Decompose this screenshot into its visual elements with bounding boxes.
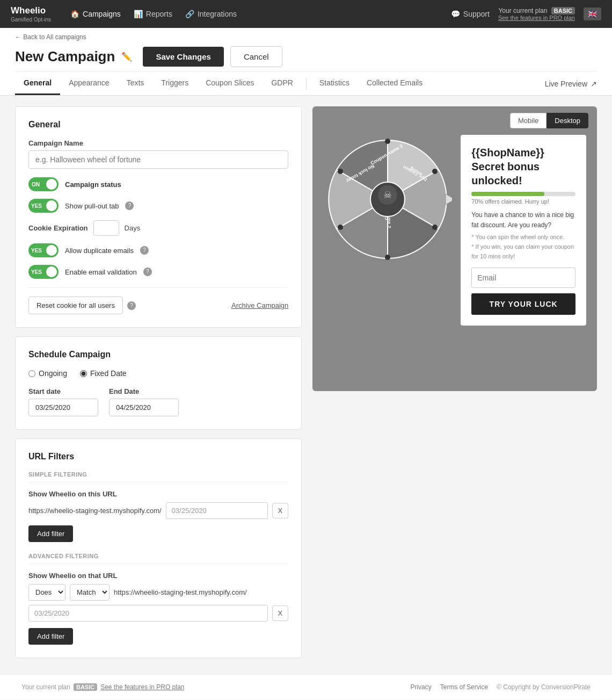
mobile-preview-button[interactable]: Mobile: [510, 113, 547, 128]
svg-text:☠: ☠: [383, 190, 392, 200]
svg-point-9: [385, 139, 390, 144]
archive-campaign-link[interactable]: Archive Campaign: [231, 301, 288, 309]
footer-links: Privacy Terms of Service © Copyright by …: [410, 683, 591, 691]
nav-integrations[interactable]: 🔗 Integrations: [185, 10, 237, 18]
right-panel: Mobile Desktop: [312, 106, 597, 658]
schedule-card-title: Schedule Campaign: [28, 350, 288, 359]
duplicate-toggle[interactable]: YES: [28, 243, 59, 257]
desktop-preview-button[interactable]: Desktop: [547, 113, 588, 128]
simple-filtering-section: SIMPLE FILTERING Show Wheelio on this UR…: [28, 471, 288, 542]
simple-url-prefix: https://wheelio-staging-test.myshopify.c…: [28, 507, 162, 515]
cookie-expiration-row: Cookie Expiration Days: [28, 220, 288, 236]
progress-label: 70% offers claimed. Hurry up!: [471, 198, 575, 205]
footer-plan: Your current plan BASIC See the features…: [21, 683, 184, 691]
fixed-date-option[interactable]: Fixed Date: [80, 369, 127, 378]
match-select[interactable]: Match: [70, 584, 110, 601]
email-validation-help-icon[interactable]: ?: [143, 268, 152, 276]
footer-plan-link[interactable]: See the features in PRO plan: [100, 683, 184, 691]
duplicate-emails-row: YES Allow duplicate emails ?: [28, 243, 288, 257]
reset-cookie-group: Reset cookie for all users ?: [28, 297, 136, 314]
add-simple-filter-button[interactable]: Add filter: [28, 525, 73, 542]
home-icon: 🏠: [70, 10, 79, 18]
schedule-card: Schedule Campaign Ongoing Fixed Date Sta…: [15, 336, 302, 430]
top-nav: Wheelio Gamified Opt-ins 🏠 Campaigns 📊 R…: [0, 0, 612, 28]
advanced-show-label: Show Wheelio on that URL: [28, 572, 288, 580]
does-select[interactable]: Does: [28, 584, 65, 601]
popup-email-input[interactable]: [471, 268, 575, 288]
nav-reports[interactable]: 📊 Reports: [134, 10, 172, 18]
external-link-icon: ↗: [591, 80, 597, 88]
lang-button[interactable]: 🇬🇧: [584, 8, 601, 20]
start-date-input[interactable]: [28, 399, 98, 416]
tab-separator: [306, 78, 307, 89]
pullout-help-icon[interactable]: ?: [125, 201, 134, 210]
campaign-status-row: ON Campaign status: [28, 177, 288, 191]
tab-triggers[interactable]: Triggers: [152, 72, 197, 95]
end-date-label: End Date: [109, 387, 179, 395]
advanced-remove-button[interactable]: X: [272, 605, 289, 621]
save-button[interactable]: Save Changes: [143, 47, 224, 67]
duplicate-help-icon[interactable]: ?: [140, 246, 149, 255]
brand-subtitle: Gamified Opt-ins: [11, 17, 51, 23]
chart-icon: 📊: [134, 10, 143, 18]
email-validation-toggle[interactable]: YES: [28, 265, 59, 279]
url-filters-card: URL Filters SIMPLE FILTERING Show Wheeli…: [15, 438, 302, 658]
link-icon: 🔗: [185, 10, 194, 18]
left-panel: General Campaign Name ON Campaign status…: [15, 106, 302, 658]
general-card-title: General: [28, 120, 288, 129]
popup-cta-button[interactable]: TRY YOUR LUCK: [471, 293, 575, 315]
schedule-type-row: Ongoing Fixed Date: [28, 369, 288, 378]
popup-desc-line2: * You can spin the wheel only once.: [471, 233, 575, 242]
live-preview-link[interactable]: Live Preview ↗: [545, 73, 597, 95]
page-header: New Campaign ✏️ Save Changes Cancel: [15, 41, 597, 71]
cookie-expiration-input[interactable]: [93, 220, 119, 236]
popup-panel: {{ShopName}} Secret bonus unlocked! 70% …: [461, 135, 586, 326]
campaign-status-label: Campaign status: [65, 181, 121, 189]
tab-coupon-slices[interactable]: Coupon Slices: [197, 72, 263, 95]
end-date-group: End Date: [109, 387, 179, 416]
tab-collected-emails[interactable]: Collected Emails: [358, 72, 431, 95]
plan-link[interactable]: See the features in PRO plan: [498, 15, 575, 21]
campaign-name-input[interactable]: [28, 150, 288, 169]
brand: Wheelio Gamified Opt-ins: [11, 5, 51, 22]
footer-plan-badge: BASIC: [74, 683, 97, 691]
reset-cookie-button[interactable]: Reset cookie for all users: [28, 297, 123, 314]
advanced-url-input[interactable]: [28, 605, 268, 622]
support-link[interactable]: 💬 Support: [451, 10, 490, 18]
simple-filtering-label: SIMPLE FILTERING: [28, 471, 288, 482]
tabs-bar: General Appearance Texts Triggers Coupon…: [15, 71, 597, 95]
nav-campaigns[interactable]: 🏠 Campaigns: [70, 10, 121, 18]
edit-icon[interactable]: ✏️: [121, 52, 132, 62]
back-link[interactable]: ← Back to All campaigns: [15, 28, 597, 41]
advanced-url-row: Does Match https://wheelio-staging-test.…: [28, 584, 288, 622]
footer-privacy-link[interactable]: Privacy: [410, 683, 431, 691]
simple-remove-button[interactable]: X: [272, 503, 289, 518]
ongoing-option[interactable]: Ongoing: [28, 369, 67, 378]
preview-content: Coupon name 3 Bonus Coupon name 2 No luc…: [312, 135, 597, 342]
status-toggle[interactable]: ON: [28, 177, 59, 191]
cancel-button[interactable]: Cancel: [230, 46, 282, 67]
simple-url-input[interactable]: [166, 502, 268, 519]
general-card: General Campaign Name ON Campaign status…: [15, 106, 302, 328]
simple-show-label: Show Wheelio on this URL: [28, 490, 288, 498]
popup-desc: You have a chance to win a nice big fat …: [471, 210, 575, 261]
tab-texts[interactable]: Texts: [118, 72, 153, 95]
page-title: New Campaign: [15, 48, 115, 65]
svg-point-14: [338, 169, 343, 174]
end-date-input[interactable]: [109, 399, 179, 416]
tab-gdpr[interactable]: GDPR: [263, 72, 301, 95]
svg-point-10: [432, 169, 438, 174]
svg-marker-15: [446, 194, 452, 205]
plan-info: Your current plan BASIC See the features…: [498, 7, 575, 21]
email-validation-row: YES Enable email validation ?: [28, 265, 288, 279]
footer-terms-link[interactable]: Terms of Service: [440, 683, 488, 691]
tab-appearance[interactable]: Appearance: [60, 72, 118, 95]
tab-general[interactable]: General: [15, 72, 60, 95]
pullout-toggle[interactable]: YES: [28, 199, 59, 213]
reset-help-icon[interactable]: ?: [127, 301, 136, 310]
progress-bar-fill: [471, 192, 544, 196]
svg-point-12: [385, 255, 390, 260]
svg-point-11: [432, 225, 438, 230]
tab-statistics[interactable]: Statistics: [311, 72, 358, 95]
add-advanced-filter-button[interactable]: Add filter: [28, 628, 73, 645]
